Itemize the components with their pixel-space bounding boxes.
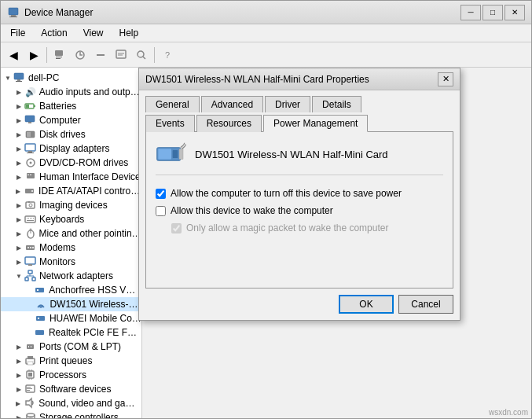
ok-button[interactable]: OK — [339, 295, 394, 314]
allow-turnoff-checkbox[interactable] — [156, 189, 166, 199]
audio-arrow[interactable]: ▶ — [13, 86, 24, 97]
hid-label: Human Interface Device — [39, 171, 141, 182]
tab-resources[interactable]: Resources — [196, 115, 262, 132]
device-title: DW1501 Wireless-N WLAN Half-Mini Card — [195, 149, 388, 160]
tab-events[interactable]: Events — [145, 115, 195, 132]
ide-arrow[interactable]: ▶ — [13, 186, 24, 197]
tree-storage[interactable]: ▶ Storage controllers — [1, 410, 141, 418]
maximize-button[interactable]: □ — [482, 5, 503, 20]
help-button[interactable]: ? — [158, 46, 177, 64]
device-graphic — [156, 142, 187, 167]
uninstall-button[interactable] — [112, 46, 130, 64]
software-arrow[interactable]: ▶ — [13, 384, 24, 395]
imaging-arrow[interactable]: ▶ — [13, 200, 24, 211]
watermark: wsxdn.com — [489, 408, 528, 417]
properties-dialog: DW1501 Wireless-N WLAN Half-Mini Card Pr… — [138, 68, 460, 321]
svg-point-36 — [29, 204, 32, 207]
checkbox-row-1: Allow the computer to turn off this devi… — [156, 188, 443, 199]
tree-print[interactable]: ▶ Print queues — [1, 354, 141, 368]
tree-panel[interactable]: ▼ dell-PC ▶ 🔊 Audio inputs and outpu. — [1, 68, 142, 418]
dialog-close-button[interactable]: ✕ — [438, 72, 453, 86]
tree-mice[interactable]: ▶ Mice and other pointing... — [1, 226, 141, 241]
svg-point-51 — [32, 247, 34, 248]
tree-imaging[interactable]: ▶ Imaging devices — [1, 198, 141, 212]
computer-arrow[interactable]: ▶ — [13, 115, 24, 126]
dw1501-arrow — [24, 299, 35, 310]
tree-computer[interactable]: ▶ Computer — [1, 113, 141, 127]
menu-file[interactable]: File — [4, 26, 31, 40]
tree-ide[interactable]: ▶ IDE ATA/ATAPI controlle... — [1, 184, 141, 198]
svg-rect-35 — [26, 202, 35, 208]
monitors-arrow[interactable]: ▶ — [13, 256, 24, 267]
back-button[interactable]: ◀ — [4, 46, 23, 64]
svg-rect-5 — [56, 58, 61, 59]
tree-network[interactable]: ▼ Network adapters — [1, 269, 141, 283]
close-button[interactable]: ✕ — [504, 5, 525, 20]
svg-rect-16 — [16, 81, 22, 82]
magic-packet-checkbox[interactable] — [171, 223, 182, 233]
tree-dw1501[interactable]: DW1501 Wireless-N... — [1, 297, 141, 311]
disable-device-button[interactable] — [91, 46, 110, 64]
display-arrow[interactable]: ▶ — [13, 143, 24, 154]
allow-wake-label[interactable]: Allow this device to wake the computer — [171, 205, 333, 216]
svg-rect-82 — [27, 390, 30, 391]
storage-arrow[interactable]: ▶ — [13, 412, 24, 418]
tree-monitors[interactable]: ▶ Monitors — [1, 255, 141, 269]
allow-turnoff-label[interactable]: Allow the computer to turn off this devi… — [171, 188, 402, 199]
print-arrow[interactable]: ▶ — [13, 355, 24, 366]
tree-ports[interactable]: ▶ Ports (COM & LPT) — [1, 340, 141, 354]
tab-driver[interactable]: Driver — [265, 96, 310, 112]
menu-action[interactable]: Action — [35, 26, 73, 40]
tab-general[interactable]: General — [145, 96, 200, 112]
forward-button[interactable]: ▶ — [24, 46, 43, 64]
tree-huawei[interactable]: HUAWEI Mobile Con... — [1, 311, 141, 325]
checkbox-row-2: Allow this device to wake the computer — [156, 205, 443, 216]
mice-arrow[interactable]: ▶ — [13, 228, 24, 239]
tab-details[interactable]: Details — [312, 96, 361, 112]
menu-bar: File Action View Help — [1, 24, 531, 42]
tree-keyboards[interactable]: ▶ Keyboards — [1, 212, 141, 226]
modems-arrow[interactable]: ▶ — [13, 242, 24, 253]
disk-arrow[interactable]: ▶ — [13, 129, 24, 140]
dw1501-icon — [35, 298, 47, 311]
ports-arrow[interactable]: ▶ — [13, 341, 24, 352]
ide-label: IDE ATA/ATAPI controlle... — [39, 186, 141, 197]
keyboards-arrow[interactable]: ▶ — [13, 214, 24, 225]
sound-arrow[interactable]: ▶ — [13, 398, 24, 409]
tree-modems[interactable]: ▶ Modems — [1, 241, 141, 255]
dvd-arrow[interactable]: ▶ — [13, 157, 24, 168]
allow-wake-checkbox[interactable] — [156, 206, 166, 216]
update-driver-button[interactable] — [71, 46, 90, 64]
tree-anchorfree[interactable]: Anchorfree HSS VPN... — [1, 283, 141, 297]
tab-power-management[interactable]: Power Management — [263, 115, 368, 132]
cancel-button[interactable]: Cancel — [398, 295, 453, 314]
tree-audio[interactable]: ▶ 🔊 Audio inputs and outpu... — [1, 85, 141, 99]
tree-software[interactable]: ▶ Software devices — [1, 382, 141, 396]
tree-processors[interactable]: ▶ Processors — [1, 368, 141, 382]
tree-disk[interactable]: ▶ Disk drives — [1, 127, 141, 142]
menu-view[interactable]: View — [77, 26, 110, 40]
tree-realtek[interactable]: Realtek PCIe FE Fam... — [1, 325, 141, 340]
hid-icon — [24, 171, 37, 183]
root-arrow[interactable]: ▼ — [2, 72, 13, 83]
tree-root[interactable]: ▼ dell-PC — [1, 71, 141, 85]
hid-arrow[interactable]: ▶ — [13, 171, 24, 182]
tree-display[interactable]: ▶ Display adapters — [1, 142, 141, 156]
network-arrow[interactable]: ▼ — [13, 270, 24, 281]
properties-button[interactable] — [50, 46, 69, 64]
scan-button[interactable] — [132, 46, 151, 64]
processors-arrow[interactable]: ▶ — [13, 369, 24, 380]
menu-help[interactable]: Help — [113, 26, 145, 40]
tree-dvd[interactable]: ▶ DVD/CD-ROM drives — [1, 156, 141, 170]
minimize-button[interactable]: ─ — [460, 5, 481, 20]
svg-rect-22 — [28, 122, 31, 123]
batteries-arrow[interactable]: ▶ — [13, 101, 24, 112]
processors-icon — [24, 369, 37, 381]
tree-hid[interactable]: ▶ Human Interface Device — [1, 170, 141, 184]
tree-batteries[interactable]: ▶ Batteries — [1, 99, 141, 113]
dialog-title-bar: DW1501 Wireless-N WLAN Half-Mini Card Pr… — [139, 68, 460, 90]
tab-advanced[interactable]: Advanced — [201, 96, 263, 112]
svg-point-11 — [138, 51, 144, 57]
tree-sound[interactable]: ▶ Sound, video and game... — [1, 396, 141, 410]
realtek-icon — [34, 326, 46, 339]
